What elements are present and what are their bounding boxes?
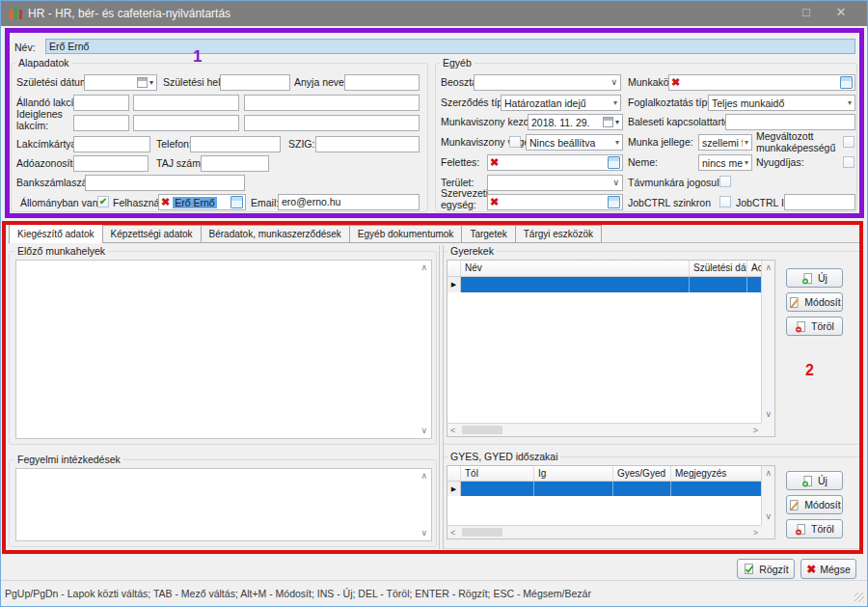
gyes-modosit-button[interactable]: Módosít xyxy=(786,495,843,514)
scrollbar-thumb[interactable] xyxy=(462,528,502,537)
scroll-right-icon[interactable]: > xyxy=(753,529,758,538)
gyes-grid-header: Tól Ig Gyes/Gyed Megjegyzés xyxy=(448,466,761,482)
felettes-lookup-field[interactable]: ✖ xyxy=(487,154,623,171)
dropdown-arrow-icon: ▾ xyxy=(615,139,619,147)
gyerekek-torol-button[interactable]: Töröl xyxy=(786,317,843,336)
elozo-munkahelyek-textarea[interactable]: ∧ ∨ xyxy=(15,260,432,439)
tab-targyi-eszkozok[interactable]: Tárgyi eszközök xyxy=(516,225,602,243)
allomanyban-van-label: Állományban van: xyxy=(20,197,100,208)
neme-combo[interactable]: nincs megadv ▾ xyxy=(698,154,752,171)
fegyelmi-intezkedesek-textarea[interactable]: ∧ ∨ xyxy=(15,468,432,541)
scroll-up-icon[interactable]: ∧ xyxy=(420,263,427,272)
szerzodes-tipusa-combo[interactable]: Határozatlan idejű ▾ xyxy=(501,95,621,111)
status-bar: PgUp/PgDn - Lapok közti váltás; TAB - Me… xyxy=(1,580,867,606)
anyja-neve-input[interactable] xyxy=(344,74,420,91)
jobctrl-szinkron-label: JobCTRL szinkron xyxy=(628,197,711,208)
beosztas-combo[interactable]: ∨ xyxy=(474,74,621,91)
scroll-right-icon[interactable]: > xyxy=(753,427,758,435)
jobctrl-szinkron-checkbox[interactable] xyxy=(719,196,731,207)
horizontal-scrollbar[interactable]: < > xyxy=(448,525,761,538)
lookup-browse-button[interactable] xyxy=(608,196,620,208)
required-x-icon: ✖ xyxy=(671,77,680,88)
scroll-down-icon[interactable]: ∨ xyxy=(765,512,772,521)
gyes-torol-button[interactable]: Töröl xyxy=(786,519,843,538)
horizontal-scrollbar[interactable]: < > xyxy=(448,423,761,436)
jobctrl-id-input[interactable] xyxy=(784,194,855,210)
scroll-up-icon[interactable]: ∧ xyxy=(420,472,427,481)
munka-jellege-combo[interactable]: szellemi fogla ▾ xyxy=(698,134,752,151)
tavmunkara-jogosult-checkbox[interactable] xyxy=(719,176,731,187)
row-indicator-icon: ▶ xyxy=(448,482,461,496)
allomanyban-van-checkbox[interactable]: ✔ xyxy=(97,196,109,207)
column-header-nev[interactable]: Név xyxy=(461,261,690,276)
munkaviszony-kezdete-picker[interactable]: 2018. 11. 29. ▾ xyxy=(528,114,623,130)
munkaviszony-vege-checkbox[interactable] xyxy=(509,136,521,148)
scroll-down-icon[interactable]: ∨ xyxy=(420,529,427,538)
rogzit-button[interactable]: Rögzít xyxy=(737,559,795,579)
uj-button-label: Új xyxy=(818,272,827,284)
gyerekek-uj-button[interactable]: Új xyxy=(786,268,843,288)
gyerekek-modosit-button[interactable]: Módosít xyxy=(786,292,843,312)
megse-button[interactable]: ✖ Mégse xyxy=(800,559,856,579)
szuletesi-hely-input[interactable] xyxy=(220,74,290,91)
allando-lakcim-utca-input[interactable] xyxy=(244,95,420,111)
nev-input[interactable]: Erő Ernő xyxy=(45,39,855,54)
gyes-uj-button[interactable]: Új xyxy=(786,471,843,490)
scroll-left-icon[interactable]: < xyxy=(450,529,455,538)
scroll-down-icon[interactable]: ∨ xyxy=(420,427,427,435)
column-header-szuletesi-datum[interactable]: Születési dátum xyxy=(690,261,747,276)
scroll-up-icon[interactable]: ∧ xyxy=(765,469,772,478)
telefon-input[interactable] xyxy=(190,136,281,152)
resize-grip[interactable] xyxy=(854,593,864,602)
scrollbar-corner xyxy=(761,525,774,538)
scroll-down-icon[interactable]: ∨ xyxy=(765,410,772,419)
ideiglenes-lakcim-irsz-input[interactable] xyxy=(73,115,129,131)
szuletesi-datum-picker[interactable]: ▾ xyxy=(84,74,157,91)
gyes-selected-row[interactable]: ▶ xyxy=(448,482,761,496)
panel-splitter[interactable] xyxy=(439,245,444,549)
maximize-button[interactable]: □ xyxy=(796,5,817,19)
scrollbar-thumb[interactable] xyxy=(462,426,502,434)
scroll-left-icon[interactable]: < xyxy=(450,427,455,435)
tab-egyeb-dokumentumok[interactable]: Egyéb dokumentumok xyxy=(350,225,463,243)
close-button[interactable]: ✕ xyxy=(830,5,852,19)
lookup-browse-button[interactable] xyxy=(608,156,620,169)
tab-kiegeszito-adatok[interactable]: Kiegészítő adatok xyxy=(9,224,103,243)
lookup-browse-button[interactable] xyxy=(231,196,243,208)
app-icon xyxy=(10,7,23,20)
allando-lakcim-varos-input[interactable] xyxy=(133,95,239,111)
gyerekek-selected-row[interactable]: ▶ xyxy=(448,277,761,292)
column-header-ig[interactable]: Ig xyxy=(534,466,613,481)
adoazonosito-input[interactable] xyxy=(73,155,149,172)
szig-input[interactable] xyxy=(315,136,420,152)
vertical-scrollbar[interactable]: ∧ ∨ xyxy=(761,261,774,436)
column-header-megjegyzes[interactable]: Megjegyzés xyxy=(671,466,761,481)
scroll-up-icon[interactable]: ∧ xyxy=(765,263,772,272)
lookup-browse-button[interactable] xyxy=(840,76,853,89)
bankszamlaszam-input[interactable] xyxy=(85,175,245,191)
column-header-gyes-gyed[interactable]: Gyes/Gyed xyxy=(613,466,671,481)
szervezeti-egyseg-lookup-field[interactable]: ✖ xyxy=(487,194,623,210)
taj-szam-input[interactable] xyxy=(201,155,269,172)
munkaviszony-vege-combo[interactable]: Nincs beállítva ▾ xyxy=(526,134,623,151)
megvaltozott-munkakepessegu-checkbox[interactable] xyxy=(843,136,854,148)
tab-kepzettsegi-adatok[interactable]: Képzettségi adatok xyxy=(103,225,202,243)
ideiglenes-lakcim-utca-input[interactable] xyxy=(244,115,420,131)
szuletesi-hely-label: Születési hely: xyxy=(163,76,229,88)
allando-lakcim-irsz-input[interactable] xyxy=(73,95,129,111)
felhasznalo-lookup-field[interactable]: ✖ Erő Ernő xyxy=(158,194,246,210)
delete-icon xyxy=(795,523,807,536)
ideiglenes-lakcim-varos-input[interactable] xyxy=(133,115,239,131)
cell-szuletesi-datum xyxy=(690,277,747,292)
foglalkoztatas-tipusa-combo[interactable]: Teljes munkaidő ▾ xyxy=(708,95,855,111)
nyugdijas-checkbox[interactable] xyxy=(843,156,854,168)
column-header-ac[interactable]: Ac xyxy=(747,261,761,276)
email-input[interactable]: ero@erno.hu xyxy=(278,194,420,210)
lakcimkartya-input[interactable] xyxy=(73,136,150,152)
tab-targetek[interactable]: Targetek xyxy=(462,225,515,243)
baleseti-kapcsolattartok-input[interactable] xyxy=(725,114,855,130)
column-header-tol[interactable]: Tól xyxy=(461,466,534,481)
tab-beradatok-munkaszerzodesek[interactable]: Béradatok, munkaszerződések xyxy=(202,225,350,243)
terulet-combo[interactable]: ∨ xyxy=(487,175,623,191)
munkakor-lookup-field[interactable]: ✖ xyxy=(668,74,855,91)
